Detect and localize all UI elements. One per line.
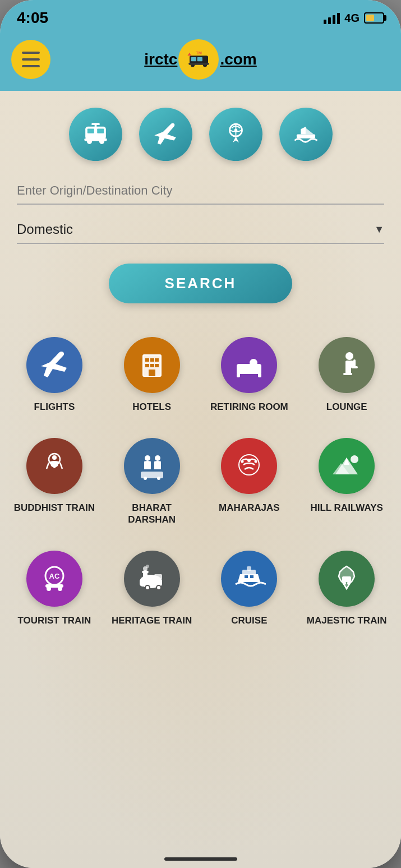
menu-line-3 <box>22 65 40 67</box>
buddhist-train-icon-circle <box>26 438 82 494</box>
svg-point-46 <box>157 477 160 480</box>
svg-point-61 <box>146 586 149 589</box>
tab-tour[interactable] <box>209 108 262 161</box>
tab-train[interactable] <box>69 108 122 161</box>
svg-point-43 <box>155 455 160 461</box>
svg-rect-37 <box>353 359 356 367</box>
category-retiring-room[interactable]: RETIRING ROOM <box>201 326 298 427</box>
dropdown-label: Domestic <box>17 221 73 237</box>
categories-grid: FLIGHTS HOTEL <box>0 315 401 652</box>
majestic-train-label: MAJESTIC TRAIN <box>307 615 387 626</box>
bharat-darshan-label: BHARAT DARSHAN <box>109 502 195 525</box>
svg-rect-20 <box>297 135 315 138</box>
svg-point-55 <box>58 587 62 591</box>
svg-rect-33 <box>237 373 240 377</box>
phone-frame: 4:05 4G irctc <box>0 0 401 868</box>
svg-point-19 <box>234 128 237 132</box>
category-hill-railways[interactable]: HILL RAILWAYS <box>298 427 395 539</box>
svg-rect-38 <box>351 366 358 368</box>
logo-area: irctc TM .com <box>50 39 351 80</box>
flights-icon-circle <box>26 337 82 393</box>
dropdown-section: Domestic ▼ <box>0 205 401 244</box>
home-indicator <box>164 857 237 861</box>
category-majestic-train[interactable]: MAJESTIC TRAIN <box>298 539 395 640</box>
svg-rect-71 <box>342 576 351 582</box>
svg-point-72 <box>343 581 346 585</box>
svg-point-49 <box>255 460 257 463</box>
svg-rect-16 <box>91 123 100 125</box>
svg-rect-6 <box>188 63 209 65</box>
lounge-label: LOUNGE <box>326 401 367 413</box>
svg-rect-66 <box>154 574 162 580</box>
svg-rect-39 <box>343 373 352 375</box>
category-lounge[interactable]: LOUNGE <box>298 326 395 427</box>
cruise-label: CRUISE <box>231 615 267 626</box>
main-content: Domestic ▼ SEARCH FLIGHTS <box>0 91 401 868</box>
svg-rect-69 <box>245 575 248 578</box>
tab-cruise[interactable] <box>279 108 333 161</box>
category-tourist-train[interactable]: AC TOURIST TRAIN <box>6 539 103 640</box>
hill-railways-label: HILL RAILWAYS <box>310 502 382 514</box>
hotels-label: HOTELS <box>132 401 171 413</box>
hotels-icon-circle <box>124 337 180 393</box>
category-flights[interactable]: FLIGHTS <box>6 326 103 427</box>
svg-rect-70 <box>250 575 253 578</box>
domestic-dropdown[interactable]: Domestic ▼ <box>17 216 384 244</box>
menu-line-2 <box>22 58 40 61</box>
svg-rect-3 <box>197 57 202 61</box>
category-maharajas[interactable]: MAHARAJAS <box>201 427 298 539</box>
svg-point-50 <box>351 455 358 463</box>
status-icons: 4G <box>324 12 384 25</box>
majestic-train-icon-circle <box>319 551 375 607</box>
app-header: irctc TM .com <box>0 34 401 91</box>
tourist-train-label: TOURIST TRAIN <box>17 615 91 626</box>
tourist-train-icon-circle: AC <box>26 551 82 607</box>
category-hotels[interactable]: HOTELS <box>103 326 201 427</box>
buddhist-train-label: BUDDHIST TRAIN <box>14 502 95 514</box>
tab-flight[interactable] <box>139 108 192 161</box>
svg-point-54 <box>47 587 51 591</box>
logo-text-left: irctc <box>144 50 177 68</box>
bharat-darshan-icon-circle <box>124 438 180 494</box>
svg-point-41 <box>52 455 57 460</box>
svg-rect-28 <box>155 364 159 367</box>
category-heritage-train[interactable]: HERITAGE TRAIN <box>103 539 201 640</box>
svg-rect-24 <box>150 358 154 362</box>
category-bharat-darshan[interactable]: BHARAT DARSHAN <box>103 427 201 539</box>
svg-point-65 <box>146 565 149 568</box>
svg-rect-14 <box>84 138 107 141</box>
search-button-container: SEARCH <box>0 244 401 315</box>
origin-destination-input[interactable] <box>17 178 384 205</box>
svg-point-59 <box>157 586 160 589</box>
svg-rect-23 <box>145 358 149 362</box>
chevron-down-icon: ▼ <box>374 224 384 236</box>
retiring-room-icon-circle <box>221 337 277 393</box>
lounge-icon-circle <box>319 337 375 393</box>
search-section <box>0 172 401 205</box>
svg-text:TM: TM <box>196 50 202 56</box>
menu-button[interactable] <box>11 40 50 79</box>
heritage-train-icon-circle <box>124 551 180 607</box>
svg-point-48 <box>241 460 244 463</box>
svg-rect-10 <box>87 128 94 133</box>
network-type: 4G <box>344 12 359 25</box>
category-cruise[interactable]: CRUISE <box>201 539 298 640</box>
svg-rect-26 <box>145 364 149 367</box>
menu-line-1 <box>22 52 40 54</box>
svg-rect-27 <box>150 364 154 367</box>
transport-tabs <box>0 91 401 172</box>
svg-rect-29 <box>149 370 155 376</box>
cruise-icon-circle <box>221 551 277 607</box>
status-time: 4:05 <box>17 9 48 27</box>
flights-label: FLIGHTS <box>34 401 75 413</box>
maharajas-icon-circle <box>221 438 277 494</box>
hill-railways-icon-circle <box>319 438 375 494</box>
svg-point-42 <box>145 455 150 461</box>
svg-rect-35 <box>237 365 245 373</box>
logo-icon: TM <box>178 39 219 80</box>
svg-point-36 <box>345 352 353 360</box>
retiring-room-label: RETIRING ROOM <box>210 401 288 413</box>
search-button[interactable]: SEARCH <box>109 264 293 303</box>
category-buddhist-train[interactable]: BUDDHIST TRAIN <box>6 427 103 539</box>
svg-rect-2 <box>191 57 196 61</box>
